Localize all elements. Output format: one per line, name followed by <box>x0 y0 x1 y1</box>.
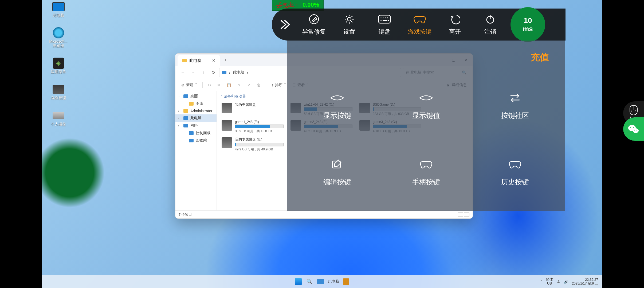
svg-point-26 <box>637 130 637 131</box>
back-icon <box>450 13 460 25</box>
cloudbar-keyboard-button[interactable]: 键盘 <box>367 13 402 36</box>
clock[interactable]: 22:32:272025/1/17 星期五 <box>572 278 598 286</box>
tray-chevron-icon[interactable]: ˄ <box>540 280 542 284</box>
chevron-icon: › <box>178 117 181 120</box>
cut-button[interactable]: ✂ <box>206 82 213 88</box>
cloudbar-power-button[interactable]: 注销 <box>473 13 508 36</box>
drive-name: game1_248 (E:) <box>235 120 284 124</box>
svg-point-17 <box>388 20 389 21</box>
drive-item[interactable]: game1_248 (E:)3.89 TB 可用，共 13.8 TB <box>221 119 285 135</box>
taskbar-pinned-app[interactable] <box>343 278 349 285</box>
panel-cell-label: 显示按键 <box>323 111 351 120</box>
sort-button[interactable]: ↕排序˅ <box>269 82 288 89</box>
drive-name: 我的专属磁盘 <box>235 103 284 107</box>
view-grid-button[interactable] <box>464 213 469 217</box>
nav-item-此电脑[interactable]: ›此电脑 <box>175 114 217 122</box>
gear-icon <box>344 13 355 25</box>
ime-indicator[interactable]: 简体US <box>546 278 553 286</box>
drive-usage-bar <box>235 125 284 128</box>
rename-button[interactable]: ✎ <box>235 82 243 88</box>
recharge-button[interactable]: 充值 <box>531 51 549 63</box>
cloudbar-back-button[interactable]: 离开 <box>437 13 473 36</box>
save-icon <box>53 85 64 94</box>
drive-sub: 3.89 TB 可用，共 13.8 TB <box>235 129 284 134</box>
svg-point-24 <box>633 127 634 128</box>
nav-item-网络[interactable]: ›网络 <box>175 122 217 129</box>
nav-item-回收站[interactable]: 回收站 <box>175 137 217 144</box>
desktop-icon-app-menu[interactable]: ◈ 应用菜单 <box>44 58 72 74</box>
panel-显示键值-button[interactable]: 显示键值 <box>387 91 465 120</box>
desktop-icon-label: 应用菜单 <box>51 70 66 74</box>
nav-label: 桌面 <box>190 94 198 99</box>
explorer-status-bar: 7 个项目 <box>175 210 473 218</box>
desktop-icon-label: 存档管理 <box>51 96 66 101</box>
network-icon[interactable]: 🖧 <box>557 280 560 284</box>
desktop-icon-personal-disk[interactable]: 个人磁盘 <box>44 110 72 127</box>
panel-显示按键-button[interactable]: 显示按键 <box>298 91 376 120</box>
taskbar[interactable]: 🔍 此电脑 ˄ 简体US 🖧 🔊 22:32:272025/1/17 星期五 <box>42 275 602 288</box>
nav-item-图库[interactable]: 图库 <box>175 100 217 107</box>
svg-rect-10 <box>379 15 390 23</box>
drive-item[interactable]: 我的专属磁盘 (U:)49.9 GB 可用，共 49.9 GB <box>221 136 285 153</box>
svg-point-13 <box>385 17 386 18</box>
panel-手柄按键-button[interactable]: 手柄按键 <box>387 158 465 187</box>
nav-back-button: ← <box>179 68 187 77</box>
eye-icon <box>330 91 345 105</box>
cloudbar-label: 注销 <box>484 28 496 36</box>
cloudbar-gear-button[interactable]: 设置 <box>332 13 367 36</box>
drive-item[interactable]: 我的专属磁盘 <box>221 102 285 117</box>
drive-icon <box>222 137 232 148</box>
share-button[interactable]: ↗ <box>245 82 253 88</box>
taskbar-explorer-button[interactable] <box>317 279 324 284</box>
nav-refresh-button[interactable]: ⟳ <box>209 68 218 77</box>
start-button[interactable] <box>295 278 302 285</box>
cloudbar-label: 异常修复 <box>302 28 326 36</box>
latency-unit: ms <box>523 25 533 33</box>
nav-label: 控制面板 <box>196 131 211 135</box>
volume-icon[interactable]: 🔊 <box>564 280 568 284</box>
desktop-icon-label: 此电脑 <box>53 13 64 18</box>
expand-button[interactable] <box>275 18 296 31</box>
folder-icon <box>183 94 188 98</box>
nav-item-控制面板[interactable]: 控制面板 <box>175 129 217 137</box>
wrench-icon <box>309 13 319 25</box>
wechat-button[interactable] <box>623 117 644 141</box>
desktop-icon-label: Microsoft... 浏览器 <box>49 39 67 48</box>
cloudbar-gamepad-button[interactable]: 游戏按键 <box>402 13 437 36</box>
panel-cell-label: 显示键值 <box>412 111 440 120</box>
desktop-icon-save-manager[interactable]: 存档管理 <box>44 84 72 101</box>
view-list-button[interactable] <box>458 213 463 217</box>
pc-icon <box>222 71 226 74</box>
nav-forward-button: → <box>189 68 197 77</box>
tab-close-icon[interactable]: ✕ <box>212 58 215 63</box>
svg-point-1 <box>347 17 351 21</box>
paste-button[interactable]: 📋 <box>225 82 233 88</box>
panel-按键社区-button[interactable]: 按键社区 <box>476 91 554 120</box>
app-menu-icon: ◈ <box>53 58 64 69</box>
swap-icon <box>509 91 521 105</box>
chevron-icon: › <box>178 109 181 113</box>
desktop-icon-edge[interactable]: Microsoft... 浏览器 <box>44 27 72 48</box>
cloudbar-wrench-button[interactable]: 异常修复 <box>296 13 332 36</box>
panel-历史按键-button[interactable]: 历史按键 <box>476 158 554 187</box>
new-tab-button[interactable]: ＋ <box>220 54 231 66</box>
chevron-icon: ⌄ <box>178 95 181 98</box>
gamepad-icon <box>413 13 426 25</box>
copy-button[interactable]: ⧉ <box>215 82 222 88</box>
desktop-icon-this-pc[interactable]: 此电脑 <box>44 1 72 18</box>
panel-cell-label: 编辑按键 <box>323 177 351 187</box>
new-button[interactable]: ⊕新建˅ <box>179 82 199 89</box>
panel-编辑按键-button[interactable]: 编辑按键 <box>298 158 376 187</box>
latency-indicator: 10 ms <box>511 7 545 42</box>
nav-item-桌面[interactable]: ⌄桌面 <box>175 93 217 100</box>
delete-button[interactable]: 🗑 <box>255 82 263 88</box>
drive-icon <box>222 103 232 113</box>
explorer-tab[interactable]: 此电脑 ✕ <box>178 55 220 66</box>
gamepad-icon <box>420 158 433 171</box>
taskbar-search-button[interactable]: 🔍 <box>305 278 313 286</box>
nav-up-button[interactable]: ↑ <box>199 68 207 77</box>
nav-item-Administrator[interactable]: ›Administrator <box>175 107 217 114</box>
latency-value: 10 <box>524 16 532 25</box>
wechat-icon <box>628 124 639 134</box>
folder-icon <box>189 102 194 106</box>
